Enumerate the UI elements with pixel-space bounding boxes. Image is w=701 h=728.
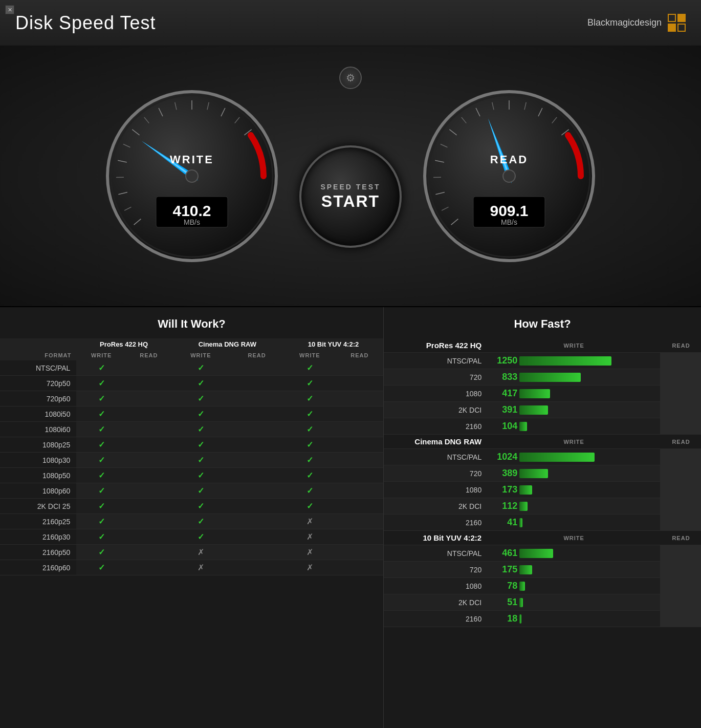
table-row: 2160p30✓✓✗ xyxy=(0,529,383,545)
table-row: 2160p50✓✗✗ xyxy=(0,545,383,560)
check-mark: ✓ xyxy=(198,394,204,403)
list-item: 216041 xyxy=(384,515,701,531)
list-item: 2K DCI112 xyxy=(384,498,701,515)
cdng-write-header: WRITE xyxy=(171,350,230,360)
check-mark: ✓ xyxy=(98,410,105,418)
read-value-text: 909.1 xyxy=(490,202,528,219)
check-mark: ✓ xyxy=(306,363,313,372)
brand-icon xyxy=(668,14,686,32)
check-mark: ✓ xyxy=(198,532,204,541)
prores-write-header: WRITE xyxy=(76,350,126,360)
table-row: 1080p50✓✓✓ xyxy=(0,468,383,483)
check-mark: ✓ xyxy=(306,440,313,449)
check-mark: ✓ xyxy=(306,379,313,388)
check-mark: ✓ xyxy=(98,563,105,572)
cross-mark: ✗ xyxy=(198,563,204,572)
check-mark: ✓ xyxy=(98,394,105,403)
bmd-sq-1 xyxy=(668,14,676,22)
title-bar: Disk Speed Test Blackmagicdesign xyxy=(0,0,701,46)
table-header-row-2: FORMAT WRITE READ WRITE READ WRITE READ xyxy=(0,350,383,360)
app-title: Disk Speed Test xyxy=(15,12,156,34)
check-mark: ✓ xyxy=(198,471,204,480)
list-item: 1080417 xyxy=(384,386,701,402)
check-mark: ✓ xyxy=(98,379,105,388)
table-header-row-1: ProRes 422 HQ Cinema DNG RAW 10 Bit YUV … xyxy=(0,338,383,350)
yuv-write-header: WRITE xyxy=(283,350,336,360)
check-mark: ✓ xyxy=(198,363,204,372)
how-fast-panel: How Fast? ProRes 422 HQWRITEREADNTSC/PAL… xyxy=(384,307,701,728)
prores-header: ProRes 422 HQ xyxy=(76,338,171,350)
check-mark: ✓ xyxy=(98,517,105,526)
list-item: 2K DCI391 xyxy=(384,402,701,418)
check-mark: ✓ xyxy=(198,502,204,510)
table-row: 1080i50✓✓✓ xyxy=(0,406,383,422)
read-unit-text: MB/s xyxy=(501,218,517,226)
table-row: 2K DCI 25✓✓✓ xyxy=(0,499,383,514)
list-item: 720833 xyxy=(384,369,701,386)
section-header-row: Cinema DNG RAWWRITEREAD xyxy=(384,435,701,449)
bmd-sq-3 xyxy=(668,24,676,32)
brand-logo: Blackmagicdesign xyxy=(587,14,686,32)
check-mark: ✓ xyxy=(198,425,204,434)
cross-mark: ✗ xyxy=(198,548,204,556)
gauges-section: ⚙ xyxy=(0,46,701,307)
brand-name: Blackmagicdesign xyxy=(587,17,662,28)
how-fast-body: ProRes 422 HQWRITEREADNTSC/PAL1250720833… xyxy=(384,338,701,627)
write-gauge-svg: WRITE 410.2 MB/s xyxy=(100,84,284,268)
list-item: 2160104 xyxy=(384,418,701,435)
write-value-text: 410.2 xyxy=(172,202,211,219)
write-gauge: WRITE 410.2 MB/s xyxy=(100,84,284,268)
yuv-header: 10 Bit YUV 4:2:2 xyxy=(283,338,383,350)
section-header-row: 10 Bit YUV 4:2:2WRITEREAD xyxy=(384,531,701,545)
settings-button[interactable]: ⚙ xyxy=(339,67,362,89)
table-row: 1080p25✓✓✓ xyxy=(0,437,383,453)
start-button[interactable]: SPEED TEST START xyxy=(299,145,402,248)
check-mark: ✓ xyxy=(198,440,204,449)
check-mark: ✓ xyxy=(306,471,313,480)
read-label: READ xyxy=(490,153,528,166)
check-mark: ✓ xyxy=(306,486,313,495)
check-mark: ✓ xyxy=(306,394,313,403)
check-mark: ✓ xyxy=(198,379,204,388)
check-mark: ✓ xyxy=(98,548,105,556)
list-item: 216018 xyxy=(384,611,701,627)
check-mark: ✓ xyxy=(198,456,204,464)
write-unit-text: MB/s xyxy=(184,218,200,226)
cross-mark: ✗ xyxy=(306,563,313,572)
will-it-work-table: ProRes 422 HQ Cinema DNG RAW 10 Bit YUV … xyxy=(0,338,383,575)
check-mark: ✓ xyxy=(306,410,313,418)
table-row: 720p50✓✓✓ xyxy=(0,376,383,391)
check-mark: ✓ xyxy=(198,410,204,418)
check-mark: ✓ xyxy=(198,517,204,526)
check-mark: ✓ xyxy=(306,425,313,434)
start-label: START xyxy=(321,192,380,211)
list-item: 720389 xyxy=(384,465,701,482)
will-it-work-title: Will It Work? xyxy=(0,317,383,331)
list-item: 1080173 xyxy=(384,482,701,498)
close-button[interactable]: ✕ xyxy=(5,5,14,14)
list-item: NTSC/PAL1024 xyxy=(384,449,701,465)
cdng-header: Cinema DNG RAW xyxy=(171,338,283,350)
list-item: NTSC/PAL1250 xyxy=(384,353,701,369)
check-mark: ✓ xyxy=(98,440,105,449)
format-col-header xyxy=(0,338,76,350)
check-mark: ✓ xyxy=(306,456,313,464)
list-item: 720175 xyxy=(384,562,701,578)
table-row: NTSC/PAL✓✓✓ xyxy=(0,360,383,376)
table-row: 1080p60✓✓✓ xyxy=(0,483,383,499)
will-it-work-panel: Will It Work? ProRes 422 HQ Cinema DNG R… xyxy=(0,307,384,728)
format-subheader: FORMAT xyxy=(0,350,76,360)
how-fast-title: How Fast? xyxy=(384,317,701,331)
read-gauge: READ 909.1 MB/s xyxy=(417,84,601,268)
bmd-sq-4 xyxy=(677,24,686,32)
check-mark: ✓ xyxy=(98,471,105,480)
prores-read-header: READ xyxy=(126,350,171,360)
list-item: 108078 xyxy=(384,578,701,594)
table-row: 2160p25✓✓✗ xyxy=(0,514,383,529)
cross-mark: ✗ xyxy=(306,517,313,526)
data-section: Will It Work? ProRes 422 HQ Cinema DNG R… xyxy=(0,307,701,728)
bmd-sq-2 xyxy=(677,14,686,22)
check-mark: ✓ xyxy=(98,456,105,464)
check-mark: ✓ xyxy=(98,502,105,510)
check-mark: ✓ xyxy=(198,486,204,495)
